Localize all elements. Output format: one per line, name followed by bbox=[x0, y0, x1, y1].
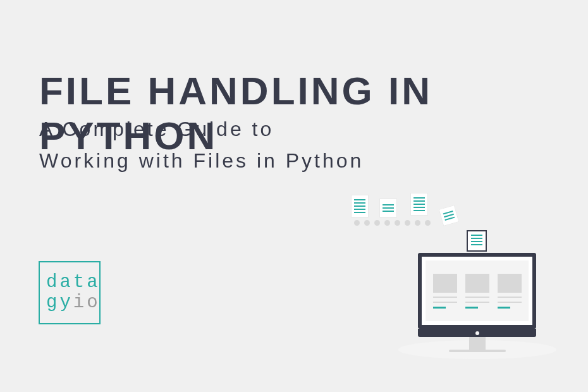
document-icon bbox=[439, 205, 460, 226]
logo-text-line-2: gyio bbox=[46, 293, 99, 313]
document-icon bbox=[379, 199, 397, 217]
page-subtitle: A Complete Guide to Working with Files i… bbox=[39, 114, 364, 176]
computer-files-illustration bbox=[335, 191, 550, 368]
monitor-button-icon bbox=[475, 331, 479, 335]
document-icon bbox=[351, 195, 369, 217]
content-card bbox=[465, 274, 489, 309]
content-card bbox=[498, 274, 522, 309]
logo-text-line-1: data bbox=[46, 273, 99, 293]
subtitle-line-2: Working with Files in Python bbox=[39, 149, 364, 172]
datagy-logo: data gyio bbox=[39, 261, 101, 324]
progress-dots bbox=[354, 220, 431, 226]
document-icon bbox=[467, 230, 487, 252]
monitor-icon bbox=[418, 253, 536, 352]
content-card bbox=[433, 274, 457, 309]
subtitle-line-1: A Complete Guide to bbox=[39, 118, 274, 140]
document-icon bbox=[410, 193, 428, 216]
